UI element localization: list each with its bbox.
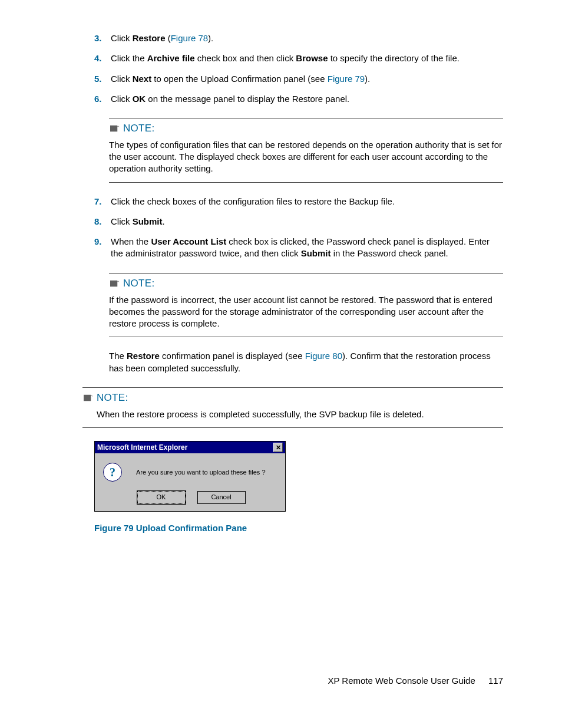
bold-text: Submit xyxy=(301,248,331,258)
text: to specify the directory of the file. xyxy=(328,53,459,63)
dialog-box: Microsoft Internet Explorer ✕ ? Are you … xyxy=(94,441,286,512)
question-icon: ? xyxy=(103,463,122,482)
ok-button[interactable]: OK xyxy=(137,491,186,504)
note-body: When the restore process is completed su… xyxy=(97,406,503,426)
step-number: 5. xyxy=(94,73,111,85)
note-icon xyxy=(109,279,120,288)
note-block-2: NOTE: If the password is incorrect, the … xyxy=(109,273,503,338)
step-body: Click the Archive file check box and the… xyxy=(111,52,503,64)
note-label: NOTE: xyxy=(97,391,128,405)
note-body: The types of configuration files that ca… xyxy=(109,137,503,181)
text: The xyxy=(109,351,127,361)
note-icon xyxy=(109,124,120,133)
step-7: 7. Click the check boxes of the configur… xyxy=(94,196,503,207)
bold-text: Restore xyxy=(127,351,160,361)
bold-text: Next xyxy=(133,74,152,84)
text: Click xyxy=(111,74,133,84)
step-body: Click Submit. xyxy=(111,216,503,228)
bold-text: Restore xyxy=(133,33,166,43)
text: to open the Upload Confirmation panel (s… xyxy=(151,74,328,84)
bold-text: Archive file xyxy=(147,53,195,63)
rule xyxy=(109,273,503,274)
text: ( xyxy=(166,33,171,43)
step-body: When the User Account List check box is … xyxy=(111,236,503,260)
text: ). xyxy=(365,74,370,84)
step-body: Click Restore (Figure 78). xyxy=(111,32,503,44)
text: ). xyxy=(208,33,213,43)
step-number: 4. xyxy=(94,52,111,64)
rule xyxy=(82,387,503,388)
figure-dialog: Microsoft Internet Explorer ✕ ? Are you … xyxy=(94,441,286,512)
step-9: 9. When the User Account List check box … xyxy=(94,236,503,260)
step-6: 6. Click OK on the message panel to disp… xyxy=(94,93,503,105)
bold-text: Browse xyxy=(296,53,328,63)
text: confirmation panel is displayed (see xyxy=(160,351,305,361)
restore-paragraph: The Restore confirmation panel is displa… xyxy=(109,350,503,374)
text: . xyxy=(163,216,165,226)
bold-text: Submit xyxy=(133,216,163,226)
text: Click xyxy=(111,94,133,104)
step-number: 7. xyxy=(94,196,111,207)
step-8: 8. Click Submit. xyxy=(94,216,503,228)
page-footer: XP Remote Web Console User Guide 117 xyxy=(328,675,503,687)
step-5: 5. Click Next to open the Upload Confirm… xyxy=(94,73,503,85)
note-label: NOTE: xyxy=(123,277,154,291)
rule xyxy=(109,337,503,337)
text: Click xyxy=(111,216,133,226)
text: check box and then click xyxy=(195,53,296,63)
footer-title: XP Remote Web Console User Guide xyxy=(328,676,475,686)
text: on the message panel to display the Rest… xyxy=(146,94,349,104)
step-number: 9. xyxy=(94,236,111,260)
text: When the xyxy=(111,236,151,246)
text: Click the xyxy=(111,53,147,63)
ordered-steps-2: 7. Click the check boxes of the configur… xyxy=(94,196,503,260)
step-number: 8. xyxy=(94,216,111,228)
page-number: 117 xyxy=(488,676,503,686)
figure-link[interactable]: Figure 79 xyxy=(328,74,365,84)
step-body: Click Next to open the Upload Confirmati… xyxy=(111,73,503,85)
rule xyxy=(82,427,503,428)
text: in the Password check panel. xyxy=(331,248,448,258)
note-icon xyxy=(82,394,93,402)
figure-link[interactable]: Figure 80 xyxy=(305,351,342,361)
dialog-titlebar: Microsoft Internet Explorer ✕ xyxy=(95,442,285,453)
figure-caption: Figure 79 Upload Confirmation Pane xyxy=(94,522,503,534)
step-body: Click OK on the message panel to display… xyxy=(111,93,503,105)
note-body: If the password is incorrect, the user a… xyxy=(109,292,503,336)
step-number: 3. xyxy=(94,32,111,44)
text: Click xyxy=(111,33,133,43)
cancel-button[interactable]: Cancel xyxy=(197,491,246,504)
step-number: 6. xyxy=(94,93,111,105)
ordered-steps-1: 3. Click Restore (Figure 78). 4. Click t… xyxy=(94,32,503,105)
rule xyxy=(109,118,503,118)
note-label: NOTE: xyxy=(123,122,154,136)
bold-text: User Account List xyxy=(151,236,226,246)
bold-text: OK xyxy=(133,94,146,104)
figure-link[interactable]: Figure 78 xyxy=(171,33,208,43)
step-body: Click the check boxes of the configurati… xyxy=(111,196,503,207)
note-block-3: NOTE: When the restore process is comple… xyxy=(82,387,503,428)
step-3: 3. Click Restore (Figure 78). xyxy=(94,32,503,44)
close-icon[interactable]: ✕ xyxy=(273,443,283,452)
dialog-title: Microsoft Internet Explorer xyxy=(97,443,187,452)
rule xyxy=(109,182,503,183)
note-block-1: NOTE: The types of configuration files t… xyxy=(109,118,503,183)
dialog-message: Are you sure you want to upload these fi… xyxy=(131,468,266,477)
step-4: 4. Click the Archive file check box and … xyxy=(94,52,503,64)
